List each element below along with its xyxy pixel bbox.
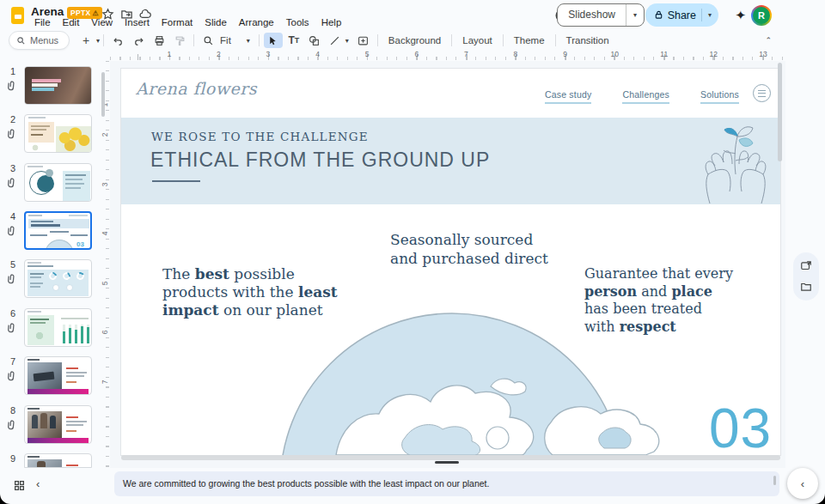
current-slide[interactable]: Arena flowers Case study Challenges Solu… xyxy=(121,69,780,455)
share-label: Share xyxy=(668,9,696,21)
insert-image-icon[interactable] xyxy=(354,33,373,48)
slide-number: 3 xyxy=(7,163,19,173)
slideshow-label: Slideshow xyxy=(558,4,626,26)
slide-number: 2 xyxy=(7,114,19,124)
toolbar-divider xyxy=(193,34,194,46)
paint-format-icon[interactable] xyxy=(170,33,189,48)
app-window: Arena PPTX⚠ File Edit View Insert Format… xyxy=(0,0,825,504)
slide-text-right[interactable]: Guarantee that everyperson and placehas … xyxy=(584,265,733,336)
h-ruler-numbers: 12345678910111213 xyxy=(110,50,788,58)
toolbar-divider xyxy=(103,34,104,46)
slide-text-left[interactable]: The best possibleproducts with the least… xyxy=(162,265,338,319)
transition-applied-icon xyxy=(3,270,19,285)
slide-nav: Case study Challenges Solutions xyxy=(545,89,739,104)
toolbar-divider xyxy=(259,34,260,46)
share-caret-icon[interactable]: ▾ xyxy=(701,9,712,21)
vertical-ruler: 1234567 xyxy=(99,61,110,468)
menu-file[interactable]: File xyxy=(28,15,57,29)
transition-button[interactable]: Transition xyxy=(559,33,616,47)
slide-nav-case-study[interactable]: Case study xyxy=(545,89,592,104)
toolbar-divider xyxy=(503,34,504,46)
menu-tools[interactable]: Tools xyxy=(280,15,315,29)
app-bar: Arena PPTX⚠ File Edit View Insert Format… xyxy=(0,0,825,31)
slide-preview-icon[interactable] xyxy=(800,260,812,272)
slide-number: 8 xyxy=(7,405,19,416)
slide-filmstrip: 1 2 3 xyxy=(0,50,100,468)
side-panel-toggle-wrap: ‹ xyxy=(782,473,813,504)
menu-arrange[interactable]: Arrange xyxy=(233,15,280,29)
slides-app-icon[interactable] xyxy=(11,7,24,24)
zoom-caret-icon[interactable]: ▾ xyxy=(247,37,250,45)
menu-view[interactable]: View xyxy=(85,15,119,29)
transition-applied-icon xyxy=(3,367,19,382)
select-tool-icon[interactable] xyxy=(264,33,283,48)
transition-applied-icon xyxy=(3,124,19,140)
side-panel-toggle-button[interactable]: ‹ xyxy=(787,468,818,499)
avatar-initial: R xyxy=(753,7,770,24)
share-button[interactable]: Share ▾ xyxy=(645,3,718,27)
transition-applied-icon xyxy=(3,173,19,189)
horizontal-ruler: 12345678910111213 xyxy=(110,50,785,61)
slide-nav-challenges[interactable]: Challenges xyxy=(622,89,669,104)
text-box-tool-icon[interactable]: TT xyxy=(284,33,303,48)
line-tool-icon[interactable] xyxy=(326,33,345,48)
canvas-vertical-scrollbar[interactable] xyxy=(778,63,782,161)
slideshow-button[interactable]: Slideshow ▾ xyxy=(557,3,645,27)
toolbar: Menus + ▾ Fit ▾ TT ▾ Background Layout T… xyxy=(0,31,825,50)
transition-applied-icon xyxy=(3,76,19,92)
new-slide-caret-icon[interactable]: ▾ xyxy=(96,37,100,45)
transition-applied-icon xyxy=(3,319,19,334)
canvas-horizontal-scrollbar[interactable] xyxy=(121,455,780,460)
shape-tool-icon[interactable] xyxy=(305,33,324,48)
menus-search[interactable]: Menus xyxy=(9,31,70,50)
hands-flower-illustration xyxy=(703,123,768,204)
menu-help[interactable]: Help xyxy=(315,15,348,29)
menu-insert[interactable]: Insert xyxy=(119,15,156,29)
toolbar-divider xyxy=(377,34,378,46)
folder-icon[interactable] xyxy=(800,281,812,293)
menus-label: Menus xyxy=(30,35,58,46)
account-avatar[interactable]: R xyxy=(751,5,772,26)
collapse-filmstrip-icon[interactable]: ‹ xyxy=(36,477,40,490)
slide-number: 4 xyxy=(7,211,19,222)
gemini-sparkle-icon[interactable]: ✦ xyxy=(735,8,746,23)
transition-applied-icon xyxy=(3,416,19,431)
zoom-icon[interactable] xyxy=(199,33,217,48)
grid-view-icon[interactable] xyxy=(14,479,25,490)
slide-logo: Arena flowers xyxy=(136,79,257,98)
menu-edit[interactable]: Edit xyxy=(57,15,86,29)
zoom-select[interactable]: Fit xyxy=(220,35,231,46)
lock-icon xyxy=(654,10,663,20)
toolbar-collapse-icon[interactable]: ⌃ xyxy=(765,36,772,45)
background-button[interactable]: Background xyxy=(382,33,448,47)
slide-kicker: WE ROSE TO THE CHALLENGE xyxy=(151,130,369,143)
slide-nav-solutions[interactable]: Solutions xyxy=(700,89,739,104)
bottom-bar: ‹ xyxy=(0,468,825,504)
undo-icon[interactable] xyxy=(108,33,127,48)
line-caret-icon[interactable]: ▾ xyxy=(345,37,349,45)
layout-button[interactable]: Layout xyxy=(455,33,499,47)
slide-headline: ETHICAL FROM THE GROUND UP xyxy=(150,149,490,172)
redo-icon[interactable] xyxy=(129,33,148,48)
menu-format[interactable]: Format xyxy=(156,15,199,29)
slide-number: 1 xyxy=(7,66,19,76)
slide-text-center[interactable]: Seasonally sourcedand purchased direct xyxy=(390,230,548,268)
theme-button[interactable]: Theme xyxy=(507,33,552,47)
print-icon[interactable] xyxy=(150,33,168,48)
new-slide-button[interactable]: + xyxy=(76,33,95,48)
toolbar-divider xyxy=(451,34,452,46)
menu-slide[interactable]: Slide xyxy=(199,15,233,29)
transition-applied-icon xyxy=(3,222,19,237)
slide-number: 6 xyxy=(7,308,19,319)
search-icon xyxy=(16,36,26,46)
slide-banner: WE ROSE TO THE CHALLENGE ETHICAL FROM TH… xyxy=(121,118,780,204)
filmstrip-scrollbar[interactable] xyxy=(101,72,105,117)
slide-number: 5 xyxy=(7,259,19,270)
slide-canvas: Arena flowers Case study Challenges Solu… xyxy=(110,61,785,468)
side-panel xyxy=(793,252,819,301)
plus-icon: + xyxy=(82,33,89,47)
menu-bar: File Edit View Insert Format Slide Arran… xyxy=(28,15,347,29)
hamburger-menu-icon[interactable] xyxy=(753,84,771,102)
slideshow-caret-icon[interactable]: ▾ xyxy=(626,11,644,19)
notes-resize-handle[interactable] xyxy=(435,461,459,464)
